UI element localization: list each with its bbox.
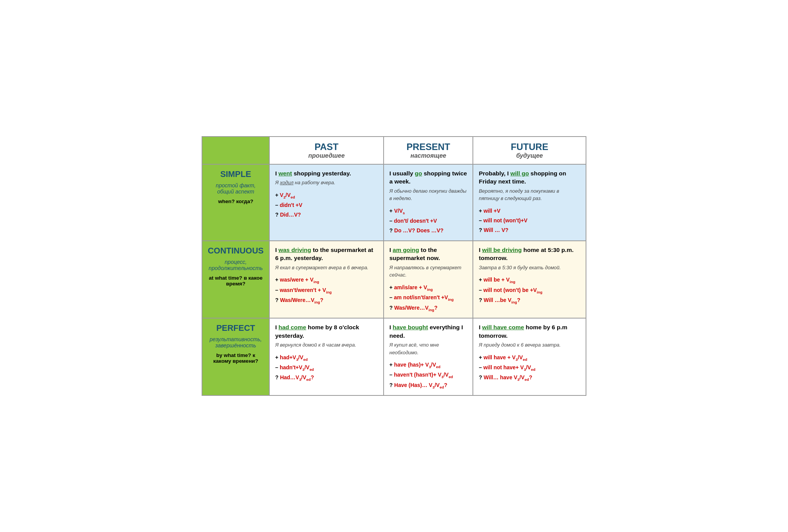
future-label-en: FUTURE: [479, 142, 580, 152]
simple-past-formulas: +V2/Ved –didn't +V ?Did…V?: [275, 190, 378, 220]
perfect-present-sentence: I have bought everything I need.: [389, 323, 467, 340]
present-label-ru: настоящее: [389, 152, 467, 159]
simple-past-verb: went: [279, 170, 292, 177]
continuous-en: CONTINUOUS: [208, 246, 264, 256]
perfect-past-formulas: +had+V3/Ved –hadn't+V3/Ved ?Had…V3/Ved?: [275, 353, 378, 383]
continuous-past-sentence: I was driving to the supermarket at 6 p.…: [275, 246, 378, 262]
perfect-future-cell: I will have come home by 6 p.m tomorrow.…: [473, 318, 586, 395]
simple-future-sentence: Probably, I will go shopping on Friday n…: [479, 169, 580, 186]
perfect-past-sentence: I had come home by 8 o'clock yesterday.: [275, 323, 378, 340]
grammar-table: PAST прошедшее PRESENT настоящее FUTURE …: [202, 136, 586, 396]
simple-present-verb: go: [415, 170, 422, 177]
simple-ru: простой факт, общий аспект: [208, 182, 264, 195]
continuous-future-formulas: +will be + Ving –will not (won't) be +Vi…: [479, 275, 580, 305]
continuous-present-formulas: +am/is/are + Ving –am not/isn't/aren't +…: [389, 283, 467, 313]
continuous-present-sentence: I am going to the supermarket now.: [389, 246, 467, 262]
simple-future-verb: will go: [511, 170, 529, 177]
header-present: PRESENT настоящее: [384, 137, 473, 164]
continuous-ru: процесс, продолжительность: [208, 259, 264, 271]
present-label-en: PRESENT: [389, 142, 467, 152]
perfect-row-label: PERFECT результативность, завершённость …: [202, 318, 269, 395]
header-future: FUTURE будущее: [473, 137, 586, 164]
perfect-past-cell: I had come home by 8 o'clock yesterday. …: [269, 318, 384, 395]
continuous-past-ru: Я ехал в супермаркет вчера в 6 вечера.: [275, 264, 378, 271]
simple-present-sentence: I usually go shopping twice a week.: [389, 169, 467, 186]
simple-past-sentence: I went shopping yesterday.: [275, 169, 378, 178]
simple-present-cell: I usually go shopping twice a week. Я об…: [384, 164, 473, 241]
simple-past-cell: I went shopping yesterday. Я ходил на ра…: [269, 164, 384, 241]
perfect-past-verb: had come: [279, 324, 306, 330]
perfect-future-verb: will have come: [482, 324, 524, 330]
perfect-ru: результативность, завершённость: [208, 336, 264, 349]
simple-row-label: SIMPLE простой факт, общий аспект when? …: [202, 164, 269, 241]
continuous-future-cell: I will be driving home at 5:30 p.m. tomo…: [473, 241, 586, 318]
continuous-future-verb: will be driving: [482, 247, 522, 253]
continuous-when: at what time? в какое время?: [208, 275, 264, 287]
perfect-future-ru: Я приеду домой к 6 вечера завтра.: [479, 341, 580, 349]
continuous-past-formulas: +was/were + Ving –wasn't/weren't + Ving …: [275, 275, 378, 305]
perfect-present-formulas: +have (has)+ V3/Ved –haven't (hasn't)+ V…: [389, 360, 467, 390]
future-label-ru: будущее: [479, 152, 580, 159]
perfect-future-formulas: +will have + V3/Ved –will not have+ V3/V…: [479, 353, 580, 383]
continuous-present-ru: Я направляюсь в супермаркет сейчас.: [389, 264, 467, 279]
continuous-past-cell: I was driving to the supermarket at 6 p.…: [269, 241, 384, 318]
perfect-when: by what time? к какому времени?: [208, 352, 264, 364]
continuous-present-verb: am going: [393, 247, 419, 253]
header-past: PAST прошедшее: [269, 137, 384, 164]
simple-en: SIMPLE: [208, 169, 264, 179]
simple-future-formulas: +will +V –will not (won't)+V ?Will … V?: [479, 206, 580, 235]
perfect-present-cell: I have bought everything I need. Я купил…: [384, 318, 473, 395]
simple-present-ru: Я обычно делаю покупки дважды в неделю.: [389, 187, 467, 202]
continuous-future-ru: Завтра в 5:30 я буду ехать домой.: [479, 264, 580, 271]
perfect-present-ru: Я купил всё, что мне необходимо.: [389, 341, 467, 356]
past-label-en: PAST: [275, 142, 378, 152]
simple-past-ru: Я ходил на работу вчера.: [275, 179, 378, 186]
simple-future-ru: Вероятно, я поеду за покупками в пятницу…: [479, 187, 580, 202]
continuous-future-sentence: I will be driving home at 5:30 p.m. tomo…: [479, 246, 580, 262]
simple-when: when? когда?: [208, 198, 264, 204]
continuous-row-label: CONTINUOUS процесс, продолжительность at…: [202, 241, 269, 318]
simple-present-formulas: +V/Vs –don't/ doesn't +V ?Do …V? Does …V…: [389, 206, 467, 236]
past-label-ru: прошедшее: [275, 152, 378, 159]
continuous-present-cell: I am going to the supermarket now. Я нап…: [384, 241, 473, 318]
continuous-past-verb: was driving: [279, 247, 311, 253]
header-empty: [202, 137, 269, 164]
perfect-past-ru: Я вернулся домой к 8 часам вчера.: [275, 341, 378, 349]
perfect-future-sentence: I will have come home by 6 p.m tomorrow.: [479, 323, 580, 340]
simple-future-cell: Probably, I will go shopping on Friday n…: [473, 164, 586, 241]
perfect-en: PERFECT: [208, 323, 264, 333]
perfect-present-verb: have bought: [393, 324, 428, 330]
